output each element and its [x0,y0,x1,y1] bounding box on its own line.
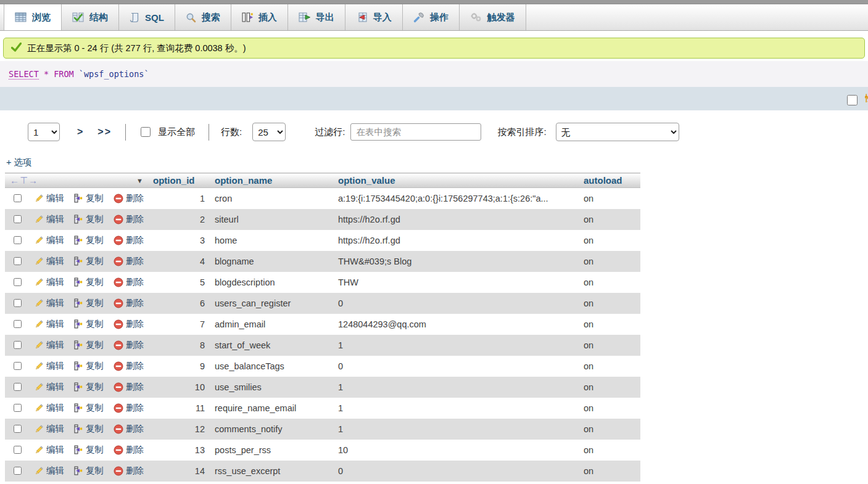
delete-row-link[interactable]: 删除 [114,234,144,246]
edit-row-link[interactable]: 编辑 [34,360,64,372]
tab-structure[interactable]: 结构 [62,4,119,30]
copy-row-link[interactable]: 复制 [74,423,104,435]
row-select-checkbox[interactable] [14,361,22,371]
delete-row-link[interactable]: 删除 [114,465,144,477]
cell-autoload[interactable]: on [579,251,640,272]
row-select-checkbox[interactable] [14,319,22,329]
delete-row-link[interactable]: 删除 [114,318,144,330]
delete-row-link[interactable]: 删除 [114,213,144,225]
cell-option-name[interactable]: siteurl [210,209,333,230]
row-select-checkbox[interactable] [14,215,22,224]
cell-option-value[interactable]: THW [333,272,579,293]
row-select-checkbox[interactable] [14,340,22,350]
cell-option-name[interactable]: admin_email [210,314,333,335]
cell-autoload[interactable]: on [579,293,640,314]
tab-sql[interactable]: SQL [119,4,175,30]
copy-row-link[interactable]: 复制 [74,318,104,330]
cell-option-name[interactable]: comments_notify [210,419,333,440]
cell-autoload[interactable]: on [579,377,640,398]
cell-option-value[interactable]: 10 [333,440,579,461]
delete-row-link[interactable]: 删除 [114,402,144,414]
row-select-checkbox[interactable] [14,298,22,308]
delete-row-link[interactable]: 删除 [114,276,144,288]
cell-option-value[interactable]: 1 [333,377,579,398]
row-select-checkbox[interactable] [14,466,22,475]
row-select-checkbox[interactable] [14,424,22,433]
cell-option-value[interactable]: 1 [333,398,579,419]
row-select-checkbox[interactable] [14,256,22,266]
copy-row-link[interactable]: 复制 [74,381,104,393]
sort-by-key-select[interactable]: 无 [556,123,679,141]
cell-option-name[interactable]: require_name_email [210,398,333,419]
cell-option-name[interactable]: posts_per_rss [210,440,333,461]
column-header-option-id[interactable]: option_id [148,173,210,188]
cell-option-value[interactable]: https://h2o.rf.gd [333,209,579,230]
column-move-arrows-icon[interactable]: ←⊤→ [10,175,38,186]
cell-option-name[interactable]: users_can_register [210,293,333,314]
tab-browse[interactable]: 浏览 [4,4,62,30]
page-number-select[interactable]: 1 [28,123,60,141]
edit-row-link[interactable]: 编辑 [34,465,64,477]
copy-row-link[interactable]: 复制 [74,234,104,246]
delete-row-link[interactable]: 删除 [114,444,144,456]
tab-import[interactable]: 导入 [345,4,403,30]
copy-row-link[interactable]: 复制 [74,402,104,414]
copy-row-link[interactable]: 复制 [74,192,104,204]
cell-autoload[interactable]: on [579,314,640,335]
show-all-checkbox[interactable] [141,127,151,137]
delete-row-link[interactable]: 删除 [114,381,144,393]
column-header-autoload[interactable]: autoload [579,173,640,188]
cell-autoload[interactable]: on [579,440,640,461]
edit-row-link[interactable]: 编辑 [34,339,64,351]
edit-row-link[interactable]: 编辑 [34,213,64,225]
column-header-option-name[interactable]: option_name [210,173,333,188]
cell-option-value[interactable]: 0 [333,356,579,377]
cell-option-name[interactable]: blogname [210,251,333,272]
edit-row-link[interactable]: 编辑 [34,423,64,435]
copy-row-link[interactable]: 复制 [74,444,104,456]
cell-autoload[interactable]: on [579,335,640,356]
delete-row-link[interactable]: 删除 [114,297,144,309]
edit-row-link[interactable]: 编辑 [34,255,64,267]
cell-option-value[interactable]: 1 [333,419,579,440]
profiling-checkbox[interactable] [847,95,858,105]
cell-option-name[interactable]: start_of_week [210,335,333,356]
delete-row-link[interactable]: 删除 [114,339,144,351]
cell-autoload[interactable]: on [579,398,640,419]
last-page-link[interactable]: >> [97,126,112,137]
copy-row-link[interactable]: 复制 [74,276,104,288]
delete-row-link[interactable]: 删除 [114,255,144,267]
copy-row-link[interactable]: 复制 [74,339,104,351]
edit-row-link[interactable]: 编辑 [34,234,64,246]
cell-option-value[interactable]: https://h2o.rf.gd [333,230,579,251]
cell-option-value[interactable]: a:19:{i:1753445420;a:0:{}i:1756297743;a:… [333,188,579,209]
cell-autoload[interactable]: on [579,356,640,377]
row-select-checkbox[interactable] [14,236,22,245]
copy-row-link[interactable]: 复制 [74,213,104,225]
cell-option-value[interactable]: 0 [333,293,579,314]
rows-count-select[interactable]: 25 [252,123,286,141]
cell-autoload[interactable]: on [579,272,640,293]
options-toggle-link[interactable]: + 选项 [6,157,32,168]
cell-option-value[interactable]: 1248044293@qq.com [333,314,579,335]
next-page-link[interactable]: > [77,126,84,137]
tab-triggers[interactable]: 触发器 [460,4,526,30]
cell-option-value[interactable]: 0 [333,461,579,482]
cell-option-value[interactable]: 1 [333,335,579,356]
delete-row-link[interactable]: 删除 [114,360,144,372]
tab-export[interactable]: 导出 [288,4,345,30]
cell-option-name[interactable]: blogdescription [210,272,333,293]
cell-option-name[interactable]: use_balanceTags [210,356,333,377]
edit-row-link[interactable]: 编辑 [34,402,64,414]
tab-insert[interactable]: 插入 [231,4,288,30]
cell-option-name[interactable]: rss_use_excerpt [210,461,333,482]
edit-row-link[interactable]: 编辑 [34,318,64,330]
row-select-checkbox[interactable] [14,403,22,412]
cell-autoload[interactable]: on [579,209,640,230]
cell-autoload[interactable]: on [579,461,640,482]
tab-operations[interactable]: 操作 [403,4,460,30]
column-header-option-value[interactable]: option_value [333,173,579,188]
cell-option-name[interactable]: home [210,230,333,251]
cell-option-value[interactable]: THW&#039;s Blog [333,251,579,272]
sql-keyword-select[interactable]: SELECT [9,69,39,80]
